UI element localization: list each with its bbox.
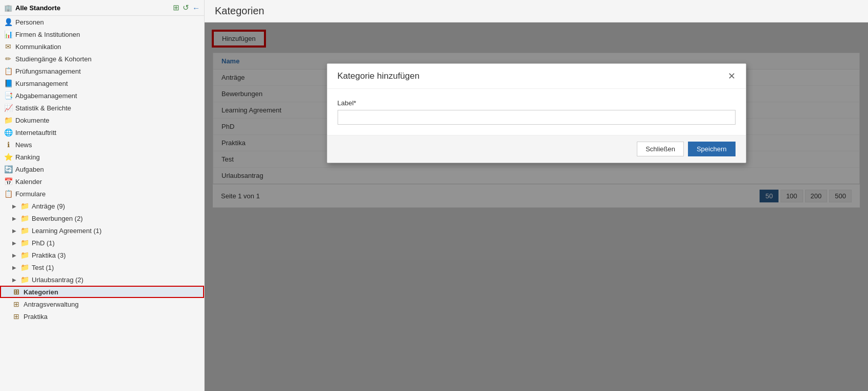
expand-arrow: ▶ — [12, 240, 16, 246]
item-label-aufgaben: Aufgaben — [15, 166, 44, 173]
item-icon-antragsverwaltung: ⊞ — [12, 300, 20, 308]
sidebar-toolbar: ⊞ ↺ ← — [173, 3, 200, 12]
item-icon-formulare: 📋 — [4, 190, 12, 198]
sidebar-item-kursmanagement[interactable]: 📘Kursmanagement — [0, 77, 204, 89]
item-label-bewerbungen: Bewerbungen (2) — [32, 215, 83, 222]
item-icon-kategorien: ⊞ — [12, 288, 20, 296]
sidebar-header: 🏢 Alle Standorte ⊞ ↺ ← — [0, 0, 204, 16]
label-input[interactable] — [338, 110, 736, 125]
expand-arrow: ▶ — [12, 277, 16, 283]
back-icon[interactable]: ← — [192, 4, 200, 12]
item-label-abgabemanagement: Abgabemanagement — [15, 92, 77, 100]
item-label-kursmanagement: Kursmanagement — [15, 80, 68, 87]
sidebar-item-antraege[interactable]: ▶📁Anträge (9) — [0, 200, 204, 212]
expand-arrow: ▶ — [12, 265, 16, 270]
item-label-dokumente: Dokumente — [15, 117, 49, 124]
item-label-praktika2: Praktika — [24, 313, 48, 320]
sidebar-item-ranking[interactable]: ⭐Ranking — [0, 151, 204, 163]
save-button[interactable]: Speichern — [688, 142, 736, 156]
close-button[interactable]: Schließen — [637, 142, 684, 156]
item-label-internetauftritt: Internetauftritt — [15, 129, 56, 136]
item-icon-firmen: 📊 — [4, 30, 12, 38]
expand-arrow: ▶ — [12, 252, 16, 258]
item-icon-pruefungsmanagement: 📋 — [4, 67, 12, 75]
item-icon-statistik: 📈 — [4, 104, 12, 112]
expand-arrow: ▶ — [12, 228, 16, 234]
item-label-studiengaenge: Studiengänge & Kohorten — [15, 55, 92, 63]
item-icon-personen: 👤 — [4, 18, 12, 26]
item-label-news: News — [15, 141, 32, 149]
item-icon-studiengaenge: ✏ — [4, 55, 12, 63]
item-label-personen: Personen — [15, 18, 44, 26]
item-label-statistik: Statistik & Berichte — [15, 104, 71, 112]
item-icon-kalender: 📅 — [4, 177, 12, 186]
main-panel: Kategorien Hinzufügen Name AnträgeBewerb… — [205, 0, 868, 391]
sidebar-item-bewerbungen[interactable]: ▶📁Bewerbungen (2) — [0, 212, 204, 224]
sidebar-item-learning_agreement[interactable]: ▶📁Learning Agreement (1) — [0, 224, 204, 237]
item-icon-test: 📁 — [20, 263, 29, 271]
item-label-learning_agreement: Learning Agreement (1) — [32, 227, 102, 235]
item-icon-learning_agreement: 📁 — [20, 226, 29, 235]
modal-close-button[interactable]: ✕ — [728, 72, 736, 81]
item-label-praktika: Praktika (3) — [32, 251, 65, 259]
label-field-label: Label* — [338, 99, 736, 107]
item-label-phd: PhD (1) — [32, 239, 55, 247]
sidebar-item-personen[interactable]: 👤Personen — [0, 16, 204, 28]
item-label-formulare: Formulare — [15, 190, 46, 198]
item-icon-phd: 📁 — [20, 239, 29, 247]
sidebar-root-label: Alle Standorte — [15, 4, 60, 12]
sidebar-item-aufgaben[interactable]: 🔄Aufgaben — [0, 163, 204, 175]
sidebar-item-antragsverwaltung[interactable]: ⊞Antragsverwaltung — [0, 298, 204, 310]
item-icon-news: ℹ — [4, 141, 12, 149]
sidebar-item-kalender[interactable]: 📅Kalender — [0, 175, 204, 188]
sidebar-root-title: 🏢 Alle Standorte — [4, 4, 60, 12]
item-label-kalender: Kalender — [15, 178, 42, 186]
sidebar-item-kommunikation[interactable]: ✉Kommunikation — [0, 40, 204, 53]
sidebar-item-kategorien[interactable]: ⊞Kategorien — [0, 286, 204, 298]
sidebar-item-internetauftritt[interactable]: 🌐Internetauftritt — [0, 126, 204, 139]
item-icon-praktika2: ⊞ — [12, 312, 20, 320]
modal-title: Kategorie hinzufügen — [338, 71, 420, 81]
sidebar-item-urlaubsantrag[interactable]: ▶📁Urlaubsantrag (2) — [0, 273, 204, 286]
modal-body: Label* — [327, 89, 746, 135]
item-icon-aufgaben: 🔄 — [4, 165, 12, 173]
sidebar-item-studiengaenge[interactable]: ✏Studiengänge & Kohorten — [0, 53, 204, 65]
sidebar-item-test[interactable]: ▶📁Test (1) — [0, 261, 204, 273]
refresh-icon[interactable]: ↺ — [183, 3, 189, 12]
expand-arrow: ▶ — [12, 203, 16, 209]
grid-icon[interactable]: ⊞ — [173, 3, 180, 12]
sidebar-item-firmen[interactable]: 📊Firmen & Institutionen — [0, 28, 204, 40]
item-icon-internetauftritt: 🌐 — [4, 128, 12, 136]
main-content: Hinzufügen Name AnträgeBewerbungenLearni… — [205, 22, 868, 391]
sidebar-item-abgabemanagement[interactable]: 📑Abgabemanagement — [0, 89, 204, 102]
sidebar-item-news[interactable]: ℹNews — [0, 139, 204, 151]
item-label-antragsverwaltung: Antragsverwaltung — [24, 301, 79, 308]
item-icon-kursmanagement: 📘 — [4, 79, 12, 87]
sidebar-item-praktika[interactable]: ▶📁Praktika (3) — [0, 249, 204, 261]
item-icon-urlaubsantrag: 📁 — [20, 275, 29, 284]
add-category-modal: Kategorie hinzufügen ✕ Label* Schließen … — [327, 63, 746, 163]
modal-header: Kategorie hinzufügen ✕ — [327, 64, 746, 89]
sidebar-item-formulare[interactable]: 📋Formulare — [0, 188, 204, 200]
item-label-kategorien: Kategorien — [24, 288, 58, 296]
sidebar-item-statistik[interactable]: 📈Statistik & Berichte — [0, 102, 204, 114]
sidebar-item-phd[interactable]: ▶📁PhD (1) — [0, 237, 204, 249]
item-label-ranking: Ranking — [15, 153, 40, 161]
sidebar: 🏢 Alle Standorte ⊞ ↺ ← 👤Personen📊Firmen … — [0, 0, 205, 391]
item-icon-dokumente: 📁 — [4, 116, 12, 124]
sidebar-item-dokumente[interactable]: 📁Dokumente — [0, 114, 204, 126]
expand-arrow: ▶ — [12, 216, 16, 221]
item-icon-abgabemanagement: 📑 — [4, 91, 12, 100]
item-icon-ranking: ⭐ — [4, 153, 12, 161]
sidebar-item-praktika2[interactable]: ⊞Praktika — [0, 310, 204, 323]
item-label-firmen: Firmen & Institutionen — [15, 31, 80, 38]
item-label-urlaubsantrag: Urlaubsantrag (2) — [32, 276, 83, 284]
sidebar-scroll: 👤Personen📊Firmen & Institutionen✉Kommuni… — [0, 16, 204, 391]
modal-overlay: Kategorie hinzufügen ✕ Label* Schließen … — [205, 22, 868, 391]
item-label-antraege: Anträge (9) — [32, 202, 65, 210]
item-icon-bewerbungen: 📁 — [20, 214, 29, 222]
item-label-kommunikation: Kommunikation — [15, 43, 61, 51]
sidebar-item-pruefungsmanagement[interactable]: 📋Prüfungsmanagement — [0, 65, 204, 77]
building-icon: 🏢 — [4, 4, 12, 12]
item-label-test: Test (1) — [32, 264, 54, 271]
